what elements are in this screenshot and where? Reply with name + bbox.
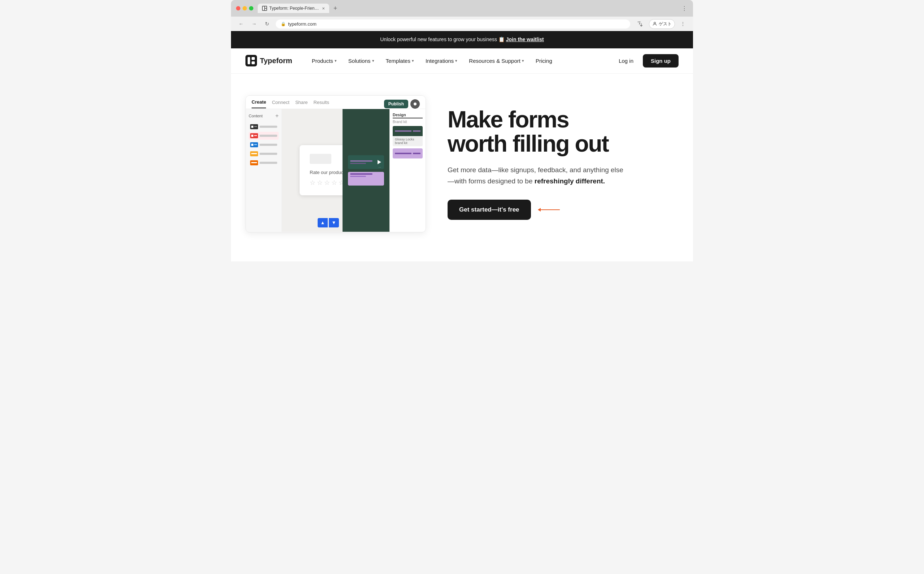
brand-kit-item-2[interactable] [393, 148, 423, 158]
tab-title: Typeform: People-Friendly Fo... [269, 6, 320, 11]
svg-rect-2 [265, 9, 266, 10]
design-overlay-panel: ... [343, 109, 389, 232]
browser-addressbar: ← → ↻ 🔒 typeform.com ゲスト ⋮ [231, 17, 693, 31]
form-content-sidebar: Content + [246, 109, 282, 232]
active-tab[interactable]: Typeform: People-Friendly Fo... ✕ [258, 4, 329, 13]
traffic-lights [236, 6, 253, 11]
svg-rect-6 [252, 62, 255, 64]
nav-resources-label: Resources & Support [469, 58, 521, 64]
template-card-2[interactable] [348, 172, 384, 186]
design-panel: Design Brand kit Glossy Locks brand kit [389, 109, 425, 232]
logo-text: Typeform [260, 57, 292, 65]
translate-button[interactable] [634, 19, 646, 28]
browser-window: Typeform: People-Friendly Fo... ✕ + ⋮ ← … [231, 0, 693, 261]
tab-create[interactable]: Create [252, 99, 266, 108]
sidebar-item[interactable] [249, 132, 279, 140]
cta-arrow-indicator [538, 210, 560, 210]
nav-templates[interactable]: Templates ▾ [381, 55, 419, 67]
minimize-button[interactable] [242, 6, 247, 11]
nav-pricing[interactable]: Pricing [530, 55, 557, 67]
svg-rect-1 [265, 6, 266, 8]
template-card-1[interactable]: ... [348, 155, 384, 169]
products-chevron-icon: ▾ [335, 58, 337, 63]
tab-share[interactable]: Share [295, 99, 308, 108]
reload-button[interactable]: ↻ [262, 19, 272, 29]
address-bar[interactable]: 🔒 typeform.com [276, 19, 630, 28]
browser-titlebar: Typeform: People-Friendly Fo... ✕ + ⋮ [231, 0, 693, 17]
forward-button[interactable]: → [249, 19, 259, 29]
main-navigation: Typeform Products ▾ Solutions ▾ Template… [231, 48, 693, 74]
maximize-button[interactable] [249, 6, 253, 11]
tab-close-icon[interactable]: ✕ [322, 6, 325, 11]
nav-solutions[interactable]: Solutions ▾ [343, 55, 379, 67]
browser-more-icon[interactable]: ⋮ [678, 19, 688, 29]
cta-arrow-shaft [538, 210, 560, 210]
hero-title: Make forms worth filling out [447, 107, 678, 156]
waitlist-link[interactable]: Join the waitlist [506, 36, 544, 42]
browser-tabs: Typeform: People-Friendly Fo... ✕ + [258, 4, 676, 13]
brand-kit-label: Brand kit [393, 120, 423, 124]
sidebar-add-button[interactable]: + [275, 113, 279, 119]
window-menu-icon[interactable]: ⋮ [681, 5, 688, 12]
sidebar-item[interactable] [249, 123, 279, 131]
guest-label: ゲスト [659, 21, 672, 27]
new-tab-button[interactable]: + [331, 4, 340, 13]
publish-button[interactable]: Publish [384, 99, 408, 108]
brand-kit-item-1[interactable]: Glossy Locks brand kit [393, 126, 423, 146]
login-button[interactable]: Log in [614, 55, 639, 67]
form-canvas: Rate our product ☆ ☆ ☆ ☆ ☆ [282, 109, 389, 232]
nav-solutions-label: Solutions [348, 58, 371, 64]
form-nav-up[interactable]: ▲ [318, 218, 328, 227]
brand-kit-name: Glossy Locks brand kit [395, 137, 420, 145]
cursor-icon [378, 160, 381, 164]
star-2: ☆ [317, 179, 323, 187]
star-3: ☆ [324, 179, 330, 187]
signup-button[interactable]: Sign up [643, 54, 678, 68]
templates-chevron-icon: ▾ [412, 58, 414, 63]
mode-toggle[interactable] [410, 99, 420, 109]
svg-rect-5 [252, 57, 255, 60]
sidebar-item[interactable] [249, 159, 279, 167]
announcement-banner: Unlock powerful new features to grow you… [231, 31, 693, 48]
svg-rect-4 [248, 57, 250, 64]
close-button[interactable] [236, 6, 240, 11]
question-image-placeholder [310, 154, 331, 164]
nav-integrations[interactable]: Integrations ▾ [420, 55, 462, 67]
guest-account-button[interactable]: ゲスト [649, 19, 675, 29]
nav-pricing-label: Pricing [536, 58, 552, 64]
star-4: ☆ [331, 179, 337, 187]
hero-subtitle-bold: refreshingly different. [535, 177, 605, 185]
hero-title-line2: worth filling out [447, 131, 609, 157]
tab-results[interactable]: Results [314, 99, 329, 108]
resources-chevron-icon: ▾ [522, 58, 524, 63]
star-1: ☆ [310, 179, 315, 187]
browser-actions: ゲスト ⋮ [634, 19, 688, 29]
integrations-chevron-icon: ▾ [455, 58, 457, 63]
form-navigation-buttons: ▲ ▼ [318, 218, 339, 227]
announcement-text: Unlock powerful new features to grow you… [380, 36, 506, 42]
tab-connect[interactable]: Connect [272, 99, 289, 108]
back-button[interactable]: ← [236, 19, 246, 29]
get-started-button[interactable]: Get started—it's free [447, 200, 531, 220]
logo-icon [246, 55, 257, 66]
tab-favicon [262, 6, 267, 11]
sidebar-item[interactable] [249, 150, 279, 158]
ellipsis-icon: ... [378, 165, 381, 168]
sidebar-content-label: Content [249, 114, 263, 118]
svg-point-3 [654, 22, 656, 24]
nav-resources[interactable]: Resources & Support ▾ [464, 55, 529, 67]
hero-section: Create Connect Share Results Publish [231, 74, 693, 261]
nav-actions: Log in Sign up [614, 54, 678, 68]
design-panel-title: Design [393, 113, 423, 118]
url-text: typeform.com [288, 21, 316, 27]
website-content: Unlock powerful new features to grow you… [231, 31, 693, 261]
nav-integrations-label: Integrations [425, 58, 454, 64]
sidebar-item[interactable] [249, 141, 279, 149]
form-nav-down[interactable]: ▼ [329, 218, 339, 227]
nav-products[interactable]: Products ▾ [307, 55, 342, 67]
form-builder-preview: Create Connect Share Results Publish [246, 95, 426, 232]
logo-link[interactable]: Typeform [246, 55, 292, 66]
cta-area: Get started—it's free [447, 200, 678, 220]
solutions-chevron-icon: ▾ [372, 58, 374, 63]
browser-nav-buttons: ← → ↻ [236, 19, 272, 29]
